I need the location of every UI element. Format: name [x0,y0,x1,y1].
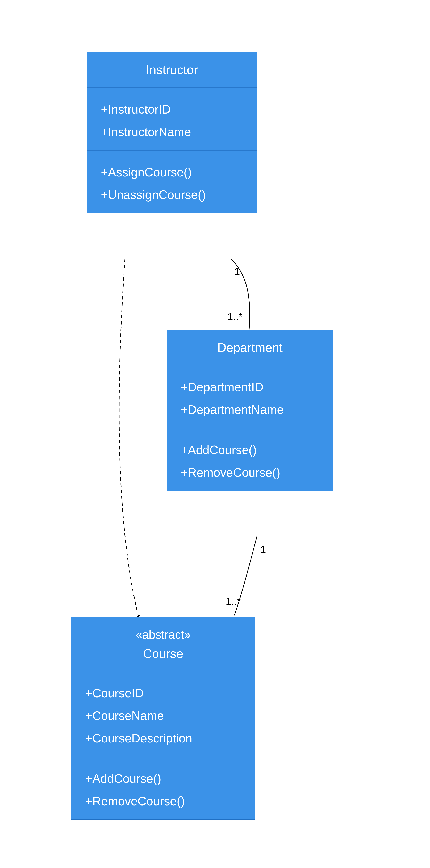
attribute: +CourseID [85,682,241,705]
operation: +AddCourse() [85,767,241,790]
class-instructor: Instructor +InstructorID +InstructorName… [87,52,257,213]
class-name-text: Course [143,647,183,660]
operations-section: +AssignCourse() +UnassignCourse() [87,151,257,213]
multiplicity-label: 1 [234,266,240,277]
class-title: «abstract» Course [71,617,255,672]
attributes-section: +CourseID +CourseName +CourseDescription [71,672,255,757]
class-stereotype: «abstract» [85,628,241,641]
operation: +AddCourse() [181,439,319,461]
operations-section: +AddCourse() +RemoveCourse() [167,428,333,491]
attribute: +DepartmentID [181,376,319,398]
multiplicity-label: 1 [260,544,266,555]
attribute: +InstructorID [101,98,243,121]
attributes-section: +InstructorID +InstructorName [87,88,257,151]
operation: +RemoveCourse() [181,461,319,484]
attribute: +CourseName [85,705,241,727]
operations-section: +AddCourse() +RemoveCourse() [71,757,255,819]
multiplicity-label: 1..* [227,311,243,322]
operation: +RemoveCourse() [85,790,241,812]
class-title: Department [167,330,333,365]
attribute: +InstructorName [101,121,243,143]
multiplicity-label: 1..* [226,595,241,607]
class-name-text: Instructor [146,63,198,77]
class-course: «abstract» Course +CourseID +CourseName … [71,617,255,819]
class-title: Instructor [87,52,257,88]
attributes-section: +DepartmentID +DepartmentName [167,365,333,428]
class-name-text: Department [217,341,283,354]
operation: +UnassignCourse() [101,184,243,206]
attribute: +CourseDescription [85,727,241,750]
operation: +AssignCourse() [101,161,243,184]
class-department: Department +DepartmentID +DepartmentName… [167,330,333,491]
attribute: +DepartmentName [181,398,319,421]
